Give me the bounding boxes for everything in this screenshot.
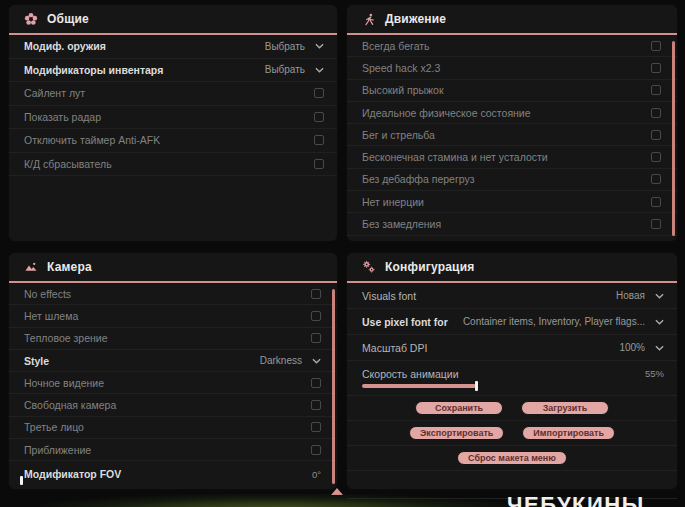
setting-row[interactable]: Style Darkness [9,350,337,372]
picture-icon [24,260,38,274]
setting-row[interactable]: Приближение [9,439,337,461]
animation-speed-slider-row[interactable]: Скорость анимации 55% [347,361,677,396]
setting-label: Отключить таймер Anti-AFK [24,134,160,146]
fov-slider-row[interactable]: Модификатор FOV 0° [9,461,337,487]
checkbox[interactable] [651,108,661,118]
setting-row[interactable]: Третье лицо [9,417,337,439]
setting-row[interactable]: Показать радар [9,106,337,130]
checkbox[interactable] [651,63,661,73]
checkbox[interactable] [314,112,324,122]
checkbox[interactable] [311,311,321,321]
setting-row[interactable]: Модиф. оружия Выбрать [9,35,337,59]
setting-row[interactable]: Бесконечная стамина и нет усталости [347,146,677,168]
animation-slider-thumb[interactable] [475,381,478,391]
setting-row[interactable]: Сайлент лут [9,82,337,106]
weapon-mod-dropdown[interactable]: Выбрать [265,41,324,52]
setting-row[interactable]: Use pixel font for Container items, Inve… [347,309,677,335]
panel-camera-rows: No effects Нет шлема Тепловое зрение Sty… [9,283,337,487]
setting-row[interactable]: Без дебаффа перегруз [347,169,677,191]
panel-config-header[interactable]: Конфигурация [347,253,677,283]
setting-label: Свободная камера [24,399,116,411]
inventory-mod-dropdown[interactable]: Выбрать [265,64,324,75]
checkbox[interactable] [311,445,321,455]
checkbox[interactable] [311,400,321,410]
checkbox[interactable] [651,41,661,51]
setting-row[interactable]: Speed hack x2.3 [347,57,677,79]
pixel-font-dropdown[interactable]: Container items, Inventory, Player flags… [463,316,664,327]
setting-row[interactable]: Свободная камера [9,394,337,416]
dropdown-value: Новая [616,290,645,301]
game-background-glow [40,494,510,507]
export-button[interactable]: Экспортировать [409,426,504,440]
checkbox[interactable] [651,197,661,207]
chevron-down-icon [655,293,664,299]
button-row: Сохранить Загрузить [347,396,677,421]
setting-row[interactable]: No effects [9,283,337,305]
setting-row[interactable]: Без замедления [347,213,677,235]
checkbox[interactable] [651,174,661,184]
save-button[interactable]: Сохранить [415,401,503,415]
setting-label: Use pixel font for [362,316,448,328]
scrollbar[interactable] [672,41,675,236]
setting-label: Тепловое зрение [24,332,108,344]
panel-movement-rows: Всегда бегать Speed hack x2.3 Высокий пр… [347,35,677,236]
setting-row[interactable]: Бег и стрельба [347,124,677,146]
setting-label: Масштаб DPI [362,342,427,354]
setting-row[interactable]: Ночное видение [9,372,337,394]
setting-row[interactable]: Visuals font Новая [347,283,677,309]
checkbox[interactable] [314,159,324,169]
setting-row[interactable]: К/Д сбрасыватель [9,153,337,177]
animation-slider-track[interactable] [362,384,662,388]
panel-general-header[interactable]: Общие [9,5,337,35]
checkbox[interactable] [311,333,321,343]
setting-label: Показать радар [24,111,101,123]
visuals-font-dropdown[interactable]: Новая [616,290,664,301]
fov-slider-value: 0° [312,469,321,480]
import-button[interactable]: Импортировать [522,426,615,440]
reset-menu-layout-button[interactable]: Сброс макета меню [457,451,567,465]
setting-label: Третье лицо [24,421,84,433]
checkbox[interactable] [651,130,661,140]
panel-movement-header[interactable]: Движение [347,5,677,35]
fov-slider-thumb[interactable] [20,476,23,485]
flower-icon [24,12,38,26]
setting-label: Без дебаффа перегруз [362,173,475,185]
runner-icon [362,12,376,26]
checkbox[interactable] [311,422,321,432]
setting-row[interactable]: Нет шлема [9,305,337,327]
setting-row[interactable]: Всегда бегать [347,35,677,57]
setting-row[interactable]: Нет инерции [347,191,677,213]
animation-slider-fill [362,384,476,388]
checkbox[interactable] [651,152,661,162]
setting-row[interactable]: Масштаб DPI 100% [347,335,677,361]
setting-row[interactable]: Модификаторы инвентаря Выбрать [9,59,337,83]
panel-camera-header[interactable]: Камера [9,253,337,283]
panel-general-rows: Модиф. оружия Выбрать Модификаторы инвен… [9,35,337,176]
setting-label: Нет шлема [24,310,78,322]
panel-title: Конфигурация [385,260,474,274]
animation-speed-value: 55% [645,368,664,379]
setting-row[interactable]: Отключить таймер Anti-AFK [9,129,337,153]
checkbox[interactable] [314,135,324,145]
checkbox[interactable] [314,88,324,98]
setting-row[interactable]: Идеальное физическое состояние [347,102,677,124]
setting-row[interactable]: Высокий прыжок [347,80,677,102]
load-button[interactable]: Загрузить [521,401,609,415]
checkbox[interactable] [651,85,661,95]
setting-row[interactable]: Тепловое зрение [9,328,337,350]
panel-config: Конфигурация Visuals font Новая Use pixe… [346,252,678,490]
setting-label: No effects [24,288,71,300]
chevron-down-icon [655,345,664,351]
scrollbar[interactable] [332,289,335,484]
style-dropdown[interactable]: Darkness [260,355,321,366]
checkbox[interactable] [651,219,661,229]
setting-label: Всегда бегать [362,40,430,52]
setting-label: Сайлент лут [24,87,85,99]
button-row: Сброс макета меню [347,446,677,471]
checkbox[interactable] [311,289,321,299]
dpi-scale-dropdown[interactable]: 100% [619,342,664,353]
checkbox[interactable] [311,378,321,388]
dropdown-value: 100% [619,342,645,353]
dropdown-value: Выбрать [265,41,305,52]
dropdown-value: Darkness [260,355,302,366]
